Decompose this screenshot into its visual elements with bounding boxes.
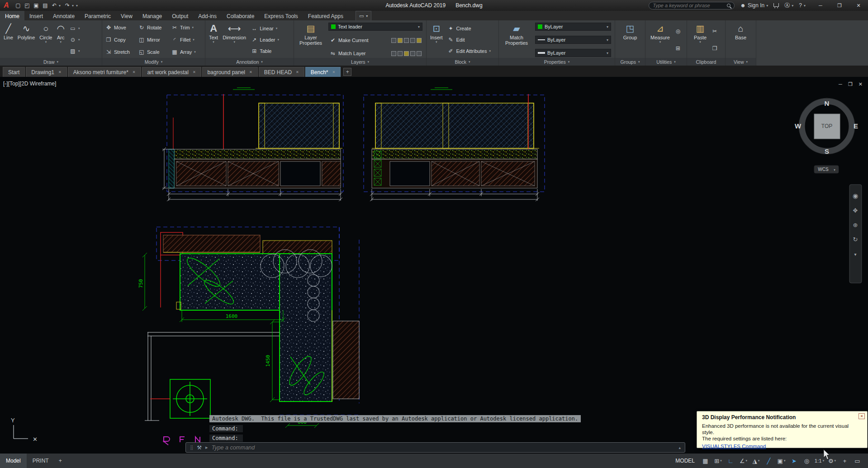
hatch-tool-button[interactable]: ▨▾	[68, 47, 81, 55]
file-tab-aksono[interactable]: Aksono metri furniture*✕	[68, 67, 141, 77]
command-grip-icon[interactable]: ⣿	[190, 445, 193, 450]
tab-output[interactable]: Output	[167, 11, 193, 20]
color-dropdown[interactable]: ByLayer ▾	[535, 23, 611, 31]
save-icon[interactable]: ▣	[32, 2, 41, 9]
circle-button[interactable]: ○ Circle ▾	[38, 22, 54, 58]
command-line[interactable]: ⣿ ⚒ ▸ ▴	[185, 442, 685, 453]
compass-east[interactable]: E	[854, 122, 858, 130]
tab-express-tools[interactable]: Express Tools	[259, 11, 303, 20]
quick-calc-button[interactable]: ⊞	[674, 45, 683, 52]
leader-button[interactable]: ↗Leader▾	[250, 36, 280, 43]
help-search[interactable]	[649, 2, 735, 9]
layer-tools-icons[interactable]	[390, 38, 422, 43]
viewport-controls-label[interactable]: [-][Top][2D Wireframe]	[3, 80, 56, 87]
app-store-cart-icon[interactable]	[773, 3, 779, 7]
paste-button[interactable]: ▥ Paste ▾	[692, 22, 708, 58]
command-input[interactable]	[212, 444, 675, 451]
autocad-logo-icon[interactable]: A	[0, 1, 13, 9]
fillet-button[interactable]: ◜Fillet▾	[170, 36, 203, 43]
viewcube[interactable]: TOP N W E S WCS ▾	[795, 98, 858, 173]
table-button[interactable]: ⊞Table	[250, 47, 280, 55]
tab-close-icon[interactable]: ✕	[249, 70, 252, 74]
layer-state-icons[interactable]	[390, 51, 422, 57]
tab-close-icon[interactable]: ✕	[58, 70, 62, 74]
lineweight-dropdown[interactable]: ByLayer ▾	[535, 49, 611, 57]
cad-drawing[interactable]: .bluedash{fill:none;stroke:#2a3fd6;strok…	[0, 77, 868, 454]
dimension-button[interactable]: ⟷ Dimension ▾	[221, 22, 248, 58]
history-up-icon[interactable]: ▴	[678, 445, 681, 450]
file-tab-bedhead[interactable]: BED HEAD✕	[259, 67, 304, 77]
redo-icon[interactable]: ↷	[63, 2, 72, 9]
linetype-dropdown[interactable]: ByLayer ▾	[535, 36, 611, 44]
tab-addins[interactable]: Add-ins	[193, 11, 222, 20]
notification-close-icon[interactable]: ✕	[859, 413, 865, 419]
new-layout-button[interactable]: +	[55, 454, 66, 468]
tab-view[interactable]: View	[116, 11, 138, 20]
layout-tab-model[interactable]: Model	[0, 454, 27, 468]
file-tab-start[interactable]: Start	[3, 67, 25, 77]
polar-tracking-toggle[interactable]: ∠▾	[737, 455, 749, 466]
polyline-button[interactable]: ∿ Polyline	[16, 22, 37, 58]
vp-close-icon[interactable]: ✕	[859, 81, 863, 87]
tab-featured-apps[interactable]: Featured Apps	[303, 11, 348, 20]
compass-north[interactable]: N	[825, 99, 830, 107]
navigation-bar[interactable]: ◉ ✥ ⊕ ↻ ▾	[849, 184, 862, 283]
quick-select-button[interactable]: ◎	[674, 28, 683, 35]
visualstyles-command-link[interactable]: VISUALSTYLES Command	[702, 444, 766, 449]
selection-cycling-toggle[interactable]: ➤	[788, 455, 800, 466]
file-tab-artwork[interactable]: art work padestal✕	[142, 67, 201, 77]
panel-label-annotation[interactable]: Annotation▾	[205, 58, 294, 66]
make-current-button[interactable]: ✔Make Current	[328, 37, 370, 44]
undo-icon[interactable]: ↶	[50, 2, 59, 9]
clean-screen-button[interactable]: ▭	[851, 455, 863, 466]
tab-manage[interactable]: Manage	[138, 11, 167, 20]
file-tab-drawing1[interactable]: Drawing1✕	[26, 67, 66, 77]
help-menu[interactable]: ? ▾	[799, 2, 806, 9]
panel-label-clipboard[interactable]: Clipboard	[687, 58, 725, 66]
redo-caret-icon[interactable]: ▾	[72, 4, 76, 8]
grid-toggle[interactable]: ▦	[699, 455, 711, 466]
text-button[interactable]: A Text ▾	[207, 22, 220, 58]
edit-block-button[interactable]: ✎Edit	[446, 36, 492, 43]
file-tab-baground[interactable]: baground panel✕	[202, 67, 258, 77]
tab-close-icon[interactable]: ✕	[332, 70, 336, 74]
panel-label-layers[interactable]: Layers▾	[294, 58, 426, 66]
compass-south[interactable]: S	[825, 147, 829, 155]
tab-annotate[interactable]: Annotate	[48, 11, 80, 20]
scale-button[interactable]: ◱Scale	[137, 48, 170, 56]
osnap-settings-toggle[interactable]: ▣▾	[775, 455, 787, 466]
rotate-button[interactable]: ↻Rotate	[137, 24, 170, 31]
layer-properties-button[interactable]: ▤ Layer Properties	[296, 22, 326, 58]
plot-icon[interactable]: ▤	[41, 2, 50, 9]
linear-button[interactable]: ↔Linear▾	[250, 25, 280, 32]
arc-button[interactable]: ◠ Arc ▾	[55, 22, 66, 58]
edit-attributes-button[interactable]: ✐Edit Attributes▾	[446, 47, 492, 55]
mirror-button[interactable]: ◫Mirror	[137, 36, 170, 43]
close-button[interactable]: ✕	[849, 0, 868, 11]
insert-button[interactable]: ⊡ Insert ▾	[428, 22, 445, 58]
tab-close-icon[interactable]: ✕	[296, 70, 299, 74]
tab-close-icon[interactable]: ✕	[133, 70, 136, 74]
match-layer-button[interactable]: ⇋Match Layer	[328, 50, 367, 57]
layout-tab-print[interactable]: PRINT	[27, 454, 55, 468]
restore-button[interactable]: ❐	[830, 0, 849, 11]
sign-in-menu[interactable]: ☻ Sign In ▾	[740, 2, 768, 9]
new-drawing-tab-button[interactable]: +	[343, 68, 351, 76]
file-tab-bench[interactable]: Bench*✕	[305, 67, 341, 77]
base-button[interactable]: ⌂ Base	[733, 22, 748, 58]
measure-button[interactable]: ⊿ Measure ▾	[649, 22, 672, 58]
annotation-visibility-toggle[interactable]: ◎	[801, 455, 813, 466]
create-block-button[interactable]: ✦Create	[446, 25, 492, 32]
search-icon[interactable]	[727, 4, 730, 7]
panel-label-draw[interactable]: Draw▾	[0, 58, 102, 66]
customize-wrench-icon[interactable]: ⚒	[197, 444, 202, 451]
ellipse-tool-button[interactable]: ⊙▾	[68, 36, 81, 43]
panel-label-block[interactable]: Block▾	[427, 58, 498, 66]
move-button[interactable]: ✥Move	[104, 24, 137, 31]
vp-restore-icon[interactable]: ❐	[848, 81, 853, 87]
panel-label-utilities[interactable]: Utilities▾	[645, 58, 687, 66]
new-file-icon[interactable]: ▢	[14, 2, 23, 9]
drawing-canvas[interactable]: .bluedash{fill:none;stroke:#2a3fd6;strok…	[0, 77, 868, 454]
cut-button[interactable]: ✂	[710, 28, 719, 35]
customization-button[interactable]: ⚙▾	[826, 455, 838, 466]
